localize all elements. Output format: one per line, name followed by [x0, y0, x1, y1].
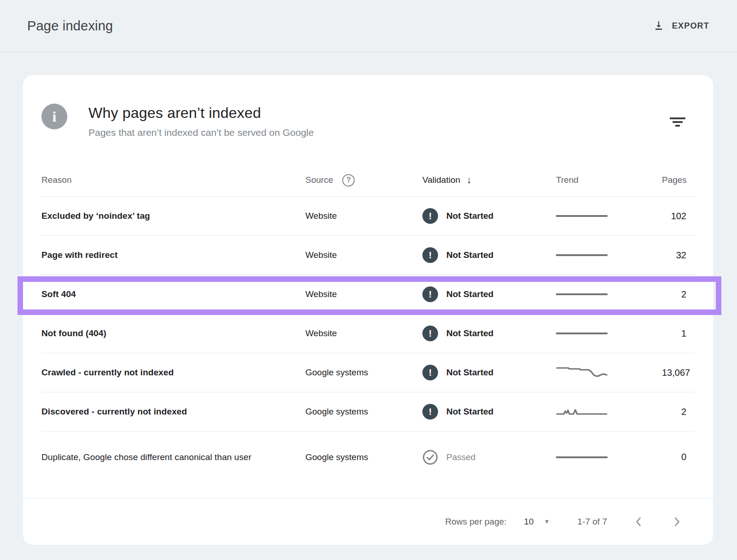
column-header-source[interactable]: Source: [305, 175, 333, 185]
previous-page-button[interactable]: [631, 513, 646, 531]
pagination-footer: Rows per page: 10 ▼ 1-7 of 7: [23, 498, 713, 545]
reason-cell: Page with redirect: [41, 247, 276, 262]
reason-cell: Duplicate, Google chose different canoni…: [41, 449, 276, 465]
reason-cell: Not found (404): [41, 326, 276, 341]
not-started-icon: !: [422, 286, 438, 302]
rows-per-page-select[interactable]: 10 ▼: [524, 517, 550, 527]
dropdown-caret-icon: ▼: [544, 518, 550, 525]
validation-status: Passed: [446, 452, 475, 462]
trend-sparkline: [545, 332, 662, 334]
source-cell: Google systems: [305, 407, 422, 417]
pages-count: 2: [662, 407, 695, 417]
source-cell: Website: [305, 328, 422, 338]
card-header: i Why pages aren’t indexed Pages that ar…: [23, 75, 713, 138]
table-row[interactable]: Not found (404) Website ! Not Started 1: [41, 314, 695, 353]
sort-descending-icon[interactable]: ↓: [467, 175, 472, 186]
source-cell: Website: [305, 211, 422, 221]
not-started-icon: !: [422, 208, 438, 224]
source-cell: Website: [305, 289, 422, 299]
card-subtitle: Pages that aren’t indexed can’t be serve…: [88, 127, 314, 138]
column-header-validation[interactable]: Validation: [422, 175, 460, 185]
not-started-icon: !: [422, 365, 438, 380]
column-header-reason[interactable]: Reason: [41, 175, 305, 185]
rows-per-page-value: 10: [524, 517, 534, 527]
page-title: Page indexing: [27, 18, 113, 34]
source-cell: Google systems: [305, 368, 422, 378]
reason-cell: Soft 404: [41, 286, 276, 302]
column-header-trend: Trend: [545, 175, 662, 185]
download-icon: [653, 20, 665, 32]
export-button[interactable]: EXPORT: [653, 20, 709, 32]
table-row[interactable]: Page with redirect Website ! Not Started…: [41, 235, 695, 274]
table-header-row: Reason Source ? Validation ↓ Trend Pages: [41, 164, 695, 196]
pages-count: 2: [662, 289, 695, 300]
pages-count: 102: [662, 211, 695, 222]
why-pages-arent-indexed-card: i Why pages aren’t indexed Pages that ar…: [23, 75, 713, 545]
card-title: Why pages aren’t indexed: [88, 105, 314, 122]
validation-status: Not Started: [446, 328, 493, 338]
table-row[interactable]: Crawled - currently not indexed Google s…: [41, 353, 695, 392]
help-icon[interactable]: ?: [342, 174, 355, 187]
validation-status: Not Started: [446, 368, 493, 378]
source-cell: Website: [305, 250, 422, 260]
trend-sparkline-declining: [545, 365, 662, 381]
issues-table: Reason Source ? Validation ↓ Trend Pages…: [23, 164, 713, 483]
export-label: EXPORT: [672, 21, 709, 31]
trend-sparkline: [545, 254, 662, 256]
not-started-icon: !: [422, 404, 438, 420]
passed-check-icon: [422, 449, 438, 465]
trend-sparkline-spiky: [545, 404, 662, 420]
table-row[interactable]: Excluded by ‘noindex’ tag Website ! Not …: [41, 196, 695, 235]
trend-sparkline: [545, 293, 662, 295]
reason-cell: Crawled - currently not indexed: [41, 365, 276, 380]
trend-sparkline: [545, 456, 662, 458]
top-bar: Page indexing EXPORT: [0, 0, 737, 52]
table-row-soft-404-highlighted[interactable]: Soft 404 Website ! Not Started 2: [41, 274, 695, 314]
next-page-button[interactable]: [670, 513, 684, 531]
pages-count: 1: [662, 328, 695, 339]
table-row[interactable]: Discovered - currently not indexed Googl…: [41, 392, 695, 431]
page-range-label: 1-7 of 7: [578, 517, 607, 527]
validation-status: Not Started: [446, 407, 493, 417]
not-started-icon: !: [422, 326, 438, 341]
filter-icon[interactable]: [670, 117, 685, 128]
source-cell: Google systems: [305, 452, 422, 462]
column-header-pages[interactable]: Pages: [662, 175, 695, 185]
chevron-left-icon: [634, 516, 643, 528]
validation-status: Not Started: [446, 211, 493, 221]
pages-count: 13,067: [662, 368, 698, 378]
validation-status: Not Started: [446, 289, 493, 299]
reason-cell: Excluded by ‘noindex’ tag: [41, 208, 276, 223]
pages-count: 32: [662, 250, 695, 261]
chevron-right-icon: [673, 516, 682, 528]
info-icon: i: [41, 104, 67, 129]
pages-count: 0: [662, 452, 695, 462]
validation-status: Not Started: [446, 250, 493, 260]
reason-cell: Discovered - currently not indexed: [41, 404, 276, 419]
trend-sparkline: [545, 215, 662, 217]
rows-per-page-label: Rows per page:: [445, 517, 506, 527]
table-row[interactable]: Duplicate, Google chose different canoni…: [41, 431, 695, 483]
not-started-icon: !: [422, 247, 438, 263]
